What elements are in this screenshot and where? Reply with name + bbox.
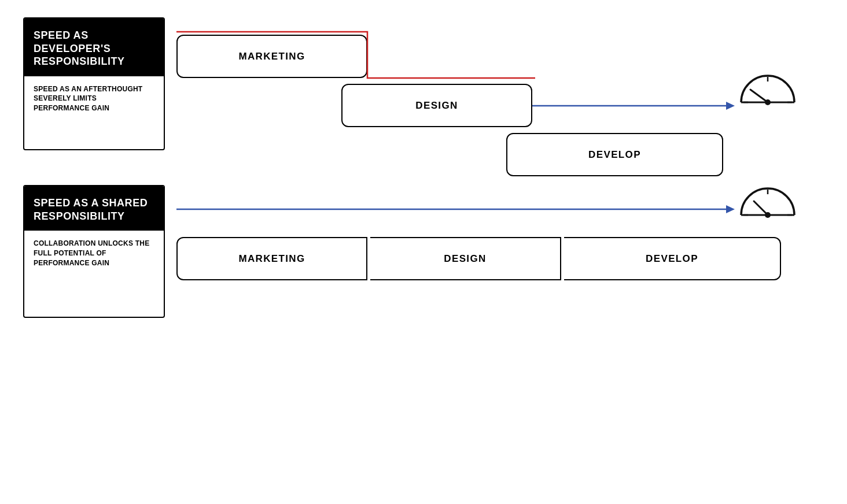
svg-line-17	[754, 201, 768, 215]
bottom-card-title: SPEED AS A SHARED RESPONSIBILITY	[24, 186, 164, 231]
design-arrow	[532, 97, 746, 114]
top-card-title: SPEED AS DEVELOPER'S RESPONSIBILITY	[24, 18, 164, 76]
develop-box-top: DEVELOP	[506, 133, 723, 176]
design-box-top: DESIGN	[341, 84, 532, 127]
bottom-label-card: SPEED AS A SHARED RESPONSIBILITY COLLABO…	[23, 185, 165, 318]
top-label-card: SPEED AS DEVELOPER'S RESPONSIBILITY SPEE…	[23, 17, 165, 150]
top-card-subtitle: SPEED AS AN AFTERTHOUGHT SEVERELY LIMITS…	[24, 76, 164, 121]
waterfall-diagram: MARKETING DESIGN	[176, 17, 824, 150]
bottom-diagram-area: MARKETING DESIGN DEVELOP	[176, 185, 824, 301]
svg-marker-1	[726, 102, 735, 110]
design-box-bottom: DESIGN	[370, 237, 561, 280]
parallel-diagram: MARKETING DESIGN DEVELOP	[176, 185, 824, 301]
section-top: SPEED AS DEVELOPER'S RESPONSIBILITY SPEE…	[23, 17, 824, 150]
main-container: SPEED AS DEVELOPER'S RESPONSIBILITY SPEE…	[0, 0, 847, 504]
top-diagram-area: MARKETING DESIGN	[176, 17, 824, 150]
speedometer-bottom	[738, 185, 798, 231]
bottom-card-subtitle: COLLABORATION UNLOCKS THE FULL POTENTIAL…	[24, 231, 164, 276]
speedometer-top	[738, 72, 798, 118]
svg-marker-11	[726, 205, 735, 213]
svg-line-7	[750, 90, 768, 102]
marketing-box-bottom: MARKETING	[176, 237, 367, 280]
develop-box-bottom: DEVELOP	[564, 237, 781, 280]
parallel-arrow	[176, 201, 749, 218]
section-bottom: SPEED AS A SHARED RESPONSIBILITY COLLABO…	[23, 185, 824, 318]
